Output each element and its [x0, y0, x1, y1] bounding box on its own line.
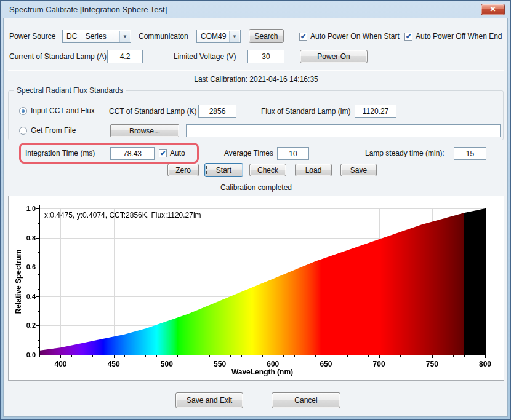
auto-power-on-checkbox[interactable]: ✔ Auto Power On When Start: [299, 31, 400, 41]
power-source-label: Power Source: [9, 30, 55, 43]
flux-label: Flux of Standard Lamp (lm): [261, 105, 350, 118]
get-from-file-radio[interactable]: Get From File: [19, 125, 76, 135]
com-port-value: COM49: [201, 32, 226, 41]
auto-power-off-checkbox[interactable]: ✔ Auto Power Off When End: [404, 31, 502, 41]
x-tick-label: 550: [214, 360, 226, 368]
chevron-down-icon[interactable]: ▼: [119, 31, 130, 42]
separator: [8, 70, 504, 71]
load-button[interactable]: Load: [295, 164, 332, 176]
input-cct-label: Input CCT and Flux: [31, 106, 95, 115]
start-button[interactable]: Start: [204, 163, 243, 177]
integration-input[interactable]: [110, 147, 155, 160]
y-tick-label: 0.4: [14, 293, 36, 300]
y-tick-label: 0.2: [14, 322, 36, 329]
radio-selected-icon: [19, 107, 27, 115]
y-tick-label: 0.8: [14, 234, 36, 242]
close-icon: ✕: [489, 5, 496, 14]
status-text: Calibration completed: [1, 183, 511, 192]
radio-unselected-icon: [19, 127, 27, 135]
cancel-button[interactable]: Cancel: [272, 392, 340, 408]
integration-label: Integration Time (ms): [25, 146, 95, 160]
x-tick-label: 400: [54, 360, 66, 368]
x-tick-label: 800: [479, 360, 491, 368]
com-port-select[interactable]: COM49 ▼: [196, 30, 241, 43]
average-times-label: Average Times: [224, 146, 273, 160]
voltage-input[interactable]: [247, 50, 284, 63]
standards-group-label: Spectral Radiant Flux Standards: [14, 86, 126, 95]
last-calibration-text: Last Calibration: 2021-04-16 14:16:35: [1, 75, 511, 84]
chart-annotation: x:0.4475, y:0.4074, CCT:2856K, Flux:1120…: [44, 211, 201, 220]
x-tick-label: 450: [108, 360, 120, 368]
checkbox-check-icon: ✔: [159, 149, 167, 157]
zero-button[interactable]: Zero: [167, 164, 199, 176]
input-cct-radio[interactable]: Input CCT and Flux: [19, 106, 95, 116]
communication-label: Communicaton: [139, 30, 188, 43]
get-from-file-label: Get From File: [31, 126, 76, 135]
y-tick-label: 1.0: [14, 205, 36, 212]
spectrum-plot-canvas: [9, 196, 504, 380]
save-and-exit-button[interactable]: Save and Exit: [175, 392, 243, 408]
auto-label: Auto: [170, 149, 185, 157]
x-tick-label: 700: [373, 360, 385, 368]
checkbox-check-icon: ✔: [299, 33, 307, 41]
x-tick-label: 500: [161, 360, 173, 368]
auto-integration-checkbox[interactable]: ✔ Auto: [159, 148, 185, 158]
auto-power-off-label: Auto Power Off When End: [416, 32, 502, 41]
dialog-window: Spectrum Calibrate [Integration Sphere T…: [0, 0, 511, 420]
y-tick-label: 0.0: [14, 351, 36, 359]
lamp-steady-label: Lamp steady time (min):: [365, 146, 445, 160]
browse-button[interactable]: Browse...: [110, 124, 179, 137]
voltage-label: Limited Voltage (V): [174, 50, 236, 63]
current-label: Current of Standard Lamp (A): [9, 50, 107, 63]
cct-label: CCT of Standard Lamp (K): [109, 105, 197, 118]
search-button[interactable]: Search: [249, 29, 284, 43]
average-times-input[interactable]: [277, 147, 309, 160]
power-on-button[interactable]: Power On: [300, 50, 368, 63]
check-button[interactable]: Check: [249, 164, 286, 176]
power-source-value: DC Series: [66, 32, 107, 41]
lamp-steady-input[interactable]: [454, 147, 486, 160]
close-button[interactable]: ✕: [481, 4, 505, 15]
current-input[interactable]: [107, 50, 143, 63]
file-path-input[interactable]: [186, 124, 501, 137]
power-source-select[interactable]: DC Series ▼: [62, 30, 131, 43]
x-tick-label: 750: [426, 360, 438, 368]
spectrum-chart: x:0.4475, y:0.4074, CCT:2856K, Flux:1120…: [8, 196, 504, 381]
flux-input[interactable]: [355, 105, 396, 118]
chevron-down-icon[interactable]: ▼: [229, 31, 239, 42]
x-axis-title: WaveLength (nm): [231, 368, 293, 376]
cct-input[interactable]: [198, 105, 236, 118]
save-button[interactable]: Save: [340, 164, 377, 176]
x-tick-label: 650: [320, 360, 332, 368]
checkbox-check-icon: ✔: [404, 33, 412, 41]
y-axis-title: Relative Spectrum: [14, 250, 23, 314]
window-title: Spectrum Calibrate [Integration Sphere T…: [9, 5, 167, 14]
y-tick-label: 0.6: [14, 263, 36, 271]
title-bar[interactable]: Spectrum Calibrate [Integration Sphere T…: [1, 1, 510, 18]
x-tick-label: 600: [267, 360, 279, 368]
auto-power-on-label: Auto Power On When Start: [310, 32, 400, 41]
